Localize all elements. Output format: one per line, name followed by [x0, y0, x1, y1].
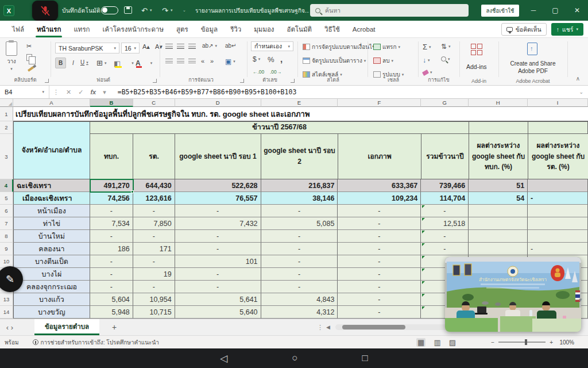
shrink-font-button[interactable]: A▾ — [155, 43, 163, 51]
tab-split-handle-icon[interactable]: ⋮ — [317, 324, 323, 331]
column-header[interactable]: C — [133, 99, 175, 107]
area-name-cell[interactable]: ฉะเชิงเทรา — [13, 179, 90, 192]
total-cell[interactable]: - — [421, 230, 469, 243]
gs1-cell[interactable]: 7,432 — [175, 217, 261, 230]
rt-cell[interactable]: - — [133, 255, 175, 268]
find-select-button[interactable]: ▾ — [441, 56, 450, 62]
header-diff-tbk-cell[interactable]: ผลต่างระหว่าง google sheet กับ ทบก. (%) — [469, 134, 528, 179]
restore-button[interactable]: ▢ — [546, 0, 565, 21]
row-header[interactable]: 13 — [0, 293, 13, 306]
video-call-overlay[interactable]: สำนักงานเกษตรจังหวัดฉะเชิงเทรา — [445, 257, 581, 332]
ribbon-tab[interactable]: รีวิว — [224, 21, 247, 37]
sign-in-button[interactable]: ลงชื่อเข้าใช้ — [481, 5, 519, 17]
horizontal-scrollbar[interactable] — [335, 324, 448, 330]
gs1-cell[interactable]: - — [175, 268, 261, 281]
row-header[interactable]: 14 — [0, 306, 13, 319]
collapse-ribbon-icon[interactable]: ∧ — [576, 75, 580, 82]
bold-button[interactable]: B — [55, 57, 66, 68]
rt-cell[interactable]: 171 — [133, 243, 175, 255]
column-header[interactable]: H — [469, 99, 528, 107]
gs2-cell[interactable]: - — [261, 255, 338, 268]
align-left-button[interactable] — [165, 59, 173, 64]
diff-rt-cell[interactable]: - — [528, 192, 588, 205]
rt-cell[interactable]: 644,430 — [133, 179, 175, 192]
formula-options-icon[interactable]: ⋮ — [49, 89, 63, 96]
ekkapap-cell[interactable]: 633,367 — [338, 179, 421, 192]
ribbon-tab[interactable]: วิธีใช้ — [318, 21, 346, 37]
diff-tbk-cell[interactable] — [469, 217, 528, 230]
gs1-cell[interactable]: - — [175, 243, 261, 255]
increase-decimal-button[interactable]: ←.00 — [253, 69, 264, 75]
diff-rt-cell[interactable] — [528, 230, 588, 243]
total-cell[interactable]: 12,518 — [421, 217, 469, 230]
column-header[interactable]: A — [13, 99, 90, 107]
format-as-table-button[interactable]: จัดรูปแบบเป็นตาราง▾ — [303, 56, 366, 65]
tbk-cell[interactable]: 74,256 — [90, 192, 133, 205]
page-layout-view-icon[interactable]: ▥ — [434, 338, 440, 347]
header-h2-cell[interactable] — [469, 121, 528, 134]
font-name-select[interactable]: TH SarabunPSK▾ — [55, 43, 119, 53]
ribbon-tab[interactable]: สูตร — [170, 21, 195, 37]
minimize-button[interactable]: ─ — [524, 0, 543, 21]
row-header-2[interactable]: 2 — [0, 121, 13, 134]
increase-indent-button[interactable]: » — [210, 57, 214, 64]
copy-button[interactable]: ▾ — [26, 54, 36, 61]
font-dialog-launcher[interactable] — [153, 79, 157, 83]
orientation-button[interactable]: ab↗▾ — [202, 43, 217, 49]
area-name-cell[interactable]: บางแก้ว — [13, 293, 90, 306]
tbk-cell[interactable]: - — [90, 268, 133, 281]
alignment-dialog-launcher[interactable] — [240, 79, 244, 83]
row-header-1[interactable]: 1 — [0, 107, 13, 121]
crop-year-band-cell[interactable]: ข้าวนาปี 2567/68 — [90, 121, 469, 134]
column-header[interactable]: F — [338, 99, 421, 107]
column-header[interactable]: D — [175, 99, 261, 107]
ekkapap-cell[interactable]: - — [338, 243, 421, 255]
header-rt-cell[interactable]: รต. — [133, 134, 175, 179]
redo-button[interactable]: ↷▾ — [162, 0, 172, 21]
diff-tbk-cell[interactable] — [469, 243, 528, 255]
ekkapap-cell[interactable]: - — [338, 306, 421, 319]
gs1-cell[interactable]: - — [175, 205, 261, 217]
diff-tbk-cell[interactable] — [469, 205, 528, 217]
gs2-cell[interactable]: 5,085 — [261, 217, 338, 230]
quick-access-more-icon[interactable]: ⌄ — [183, 0, 186, 21]
sort-filter-button[interactable]: ⇅▾ — [441, 43, 451, 51]
search-input[interactable] — [324, 6, 439, 14]
tbk-cell[interactable]: - — [90, 230, 133, 243]
delete-cells-button[interactable]: ลบ▾ — [373, 56, 393, 65]
italic-button[interactable]: I — [68, 57, 79, 68]
android-back-icon[interactable]: ◁ — [220, 352, 227, 365]
diff-tbk-cell[interactable]: 54 — [469, 192, 528, 205]
gs1-cell[interactable]: 76,557 — [175, 192, 261, 205]
area-name-cell[interactable]: บางไผ่ — [13, 268, 90, 281]
wrap-text-button[interactable]: ab↵ — [225, 43, 237, 49]
search-box[interactable] — [310, 4, 469, 17]
clear-button[interactable]: ▾ — [423, 70, 432, 75]
share-button[interactable]: ↑ แชร์ ▾ — [551, 23, 583, 36]
tbk-cell[interactable]: 186 — [90, 243, 133, 255]
undo-button[interactable]: ↶▾ — [141, 0, 152, 21]
conditional-formatting-button[interactable]: การจัดรูปแบบตามเงื่อนไข▾ — [303, 43, 380, 51]
total-cell[interactable]: 114,704 — [421, 192, 469, 205]
area-name-cell[interactable]: บางตีนเป็ด — [13, 255, 90, 268]
insert-cells-button[interactable]: แทรก▾ — [373, 43, 400, 51]
decrease-indent-button[interactable]: « — [201, 57, 204, 64]
normal-view-icon[interactable]: ▦ — [416, 338, 425, 347]
header-gs1-cell[interactable]: google sheet นาปี รอบ 1 — [175, 134, 261, 179]
ribbon-tab[interactable]: Acrobat — [346, 21, 382, 37]
android-home-icon[interactable]: ○ — [292, 352, 297, 364]
rt-cell[interactable]: - — [133, 205, 175, 217]
fill-handle[interactable] — [131, 190, 134, 193]
gs2-cell[interactable]: 38,146 — [261, 192, 338, 205]
comments-button[interactable]: ข้อคิดเห็น — [501, 23, 547, 36]
diff-tbk-cell[interactable] — [469, 230, 528, 243]
gs2-cell[interactable]: - — [261, 243, 338, 255]
ribbon-tab[interactable]: เค้าโครงหน้ากระดาษ — [96, 21, 170, 37]
gs1-cell[interactable]: 522,628 — [175, 179, 261, 192]
borders-button[interactable]: ⊞▾ — [96, 59, 106, 67]
row-header[interactable]: 6 — [0, 205, 13, 217]
tbk-cell[interactable]: 7,534 — [90, 217, 133, 230]
comma-style-button[interactable]: , — [280, 54, 283, 64]
ekkapap-cell[interactable]: - — [338, 230, 421, 243]
rt-cell[interactable]: - — [133, 230, 175, 243]
